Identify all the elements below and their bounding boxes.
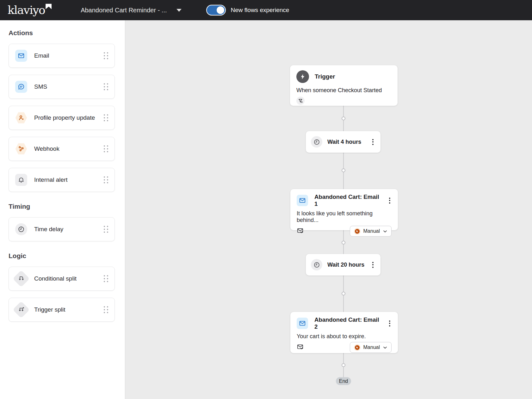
email-2-card[interactable]: Abandoned Cart: Email 2 Your cart is abo… — [290, 312, 398, 353]
topbar: klaviyo Abandoned Cart Reminder - ... Ne… — [0, 0, 532, 20]
manual-status-dropdown[interactable]: Manual — [350, 226, 392, 237]
connector-node — [342, 241, 345, 244]
connector-node — [342, 168, 345, 172]
email-card-title: Abandoned Cart: Email 1 — [314, 193, 381, 207]
email-check-icon — [297, 227, 304, 236]
profile-property-icon — [15, 112, 27, 124]
flow-title-dropdown[interactable]: Abandoned Cart Reminder - ... — [81, 7, 181, 14]
section-title-timing: Timing — [9, 203, 116, 210]
connector-node — [342, 292, 345, 295]
sidebar: Actions Email SMS Profile property — [0, 20, 125, 399]
drag-handle-icon[interactable] — [104, 145, 108, 152]
sidebar-item-profile-property-update[interactable]: Profile property update — [9, 106, 115, 130]
toggle-knob — [217, 6, 224, 14]
section-title-logic: Logic — [9, 252, 116, 260]
sidebar-item-sms[interactable]: SMS — [9, 75, 115, 99]
split-icon — [13, 301, 30, 318]
sidebar-item-label: SMS — [34, 83, 47, 90]
klaviyo-logo[interactable]: klaviyo — [8, 4, 52, 16]
kebab-menu-icon[interactable] — [371, 137, 375, 147]
drag-handle-icon[interactable] — [104, 306, 108, 313]
sidebar-item-label: Conditional split — [34, 275, 77, 282]
manual-status-label: Manual — [363, 228, 380, 234]
sidebar-item-email[interactable]: Email — [9, 44, 115, 68]
email-icon — [15, 50, 27, 62]
split-icon — [13, 270, 30, 287]
email-subject: It looks like you left something behind.… — [297, 210, 392, 224]
new-flows-toggle[interactable] — [206, 5, 226, 16]
drag-handle-icon[interactable] — [104, 83, 108, 90]
sidebar-item-label: Time delay — [34, 226, 63, 233]
trigger-card[interactable]: Trigger When someone Checkout Started — [290, 65, 398, 106]
chevron-down-icon — [383, 345, 387, 350]
manual-status-label: Manual — [363, 345, 380, 350]
wait-card-title: Wait 4 hours — [327, 139, 361, 145]
chevron-down-icon — [176, 9, 182, 12]
filter-person-icon[interactable] — [296, 97, 305, 105]
klaviyo-flag-icon — [46, 4, 52, 9]
email-check-icon — [297, 343, 304, 352]
email-1-card[interactable]: Abandoned Cart: Email 1 It looks like yo… — [290, 189, 398, 230]
kebab-menu-icon[interactable] — [388, 196, 392, 206]
section-title-actions: Actions — [9, 29, 116, 37]
wait-20-hours-card[interactable]: Wait 20 hours — [306, 254, 380, 276]
sidebar-item-conditional-split[interactable]: Conditional split — [9, 267, 115, 291]
clock-icon — [311, 136, 322, 148]
flow-canvas[interactable]: Trigger When someone Checkout Started Wa… — [126, 20, 532, 399]
wait-card-title: Wait 20 hours — [327, 262, 364, 268]
trigger-title: Trigger — [315, 73, 335, 80]
chevron-down-icon — [383, 229, 387, 234]
new-flows-toggle-wrap: New flows experience — [206, 5, 289, 16]
bell-icon — [15, 174, 27, 186]
kebab-menu-icon[interactable] — [371, 260, 375, 270]
sidebar-item-label: Trigger split — [34, 306, 65, 313]
sms-icon — [15, 81, 27, 93]
end-badge: End — [336, 377, 351, 385]
sidebar-item-trigger-split[interactable]: Trigger split — [9, 298, 115, 322]
email-subject: Your cart is about to expire. — [297, 333, 392, 340]
drag-handle-icon[interactable] — [104, 176, 108, 183]
email-icon — [297, 318, 308, 329]
sidebar-item-label: Email — [34, 52, 49, 59]
connector-node — [342, 363, 345, 367]
wait-4-hours-card[interactable]: Wait 4 hours — [306, 131, 380, 153]
manual-status-icon — [354, 344, 361, 351]
webhook-icon — [15, 143, 27, 155]
sidebar-item-webhook[interactable]: Webhook — [9, 137, 115, 161]
sidebar-item-label: Profile property update — [34, 114, 95, 121]
sidebar-item-time-delay[interactable]: Time delay — [9, 217, 115, 241]
sidebar-item-label: Internal alert — [34, 176, 68, 183]
manual-status-icon — [354, 228, 361, 235]
end-badge-label: End — [339, 378, 348, 384]
drag-handle-icon[interactable] — [104, 226, 108, 233]
drag-handle-icon[interactable] — [104, 52, 108, 59]
lightning-icon — [296, 70, 309, 83]
trigger-description: When someone Checkout Started — [296, 87, 391, 94]
manual-status-dropdown[interactable]: Manual — [350, 342, 392, 353]
email-card-title: Abandoned Cart: Email 2 — [314, 316, 381, 330]
toggle-label: New flows experience — [231, 7, 289, 14]
email-icon — [297, 195, 308, 206]
connector-node — [342, 117, 345, 120]
flow-title: Abandoned Cart Reminder - ... — [81, 7, 167, 14]
kebab-menu-icon[interactable] — [388, 319, 392, 328]
drag-handle-icon[interactable] — [104, 275, 108, 282]
sidebar-item-label: Webhook — [34, 145, 59, 152]
clock-icon — [15, 223, 27, 235]
clock-icon — [311, 259, 322, 270]
klaviyo-logo-text: klaviyo — [8, 4, 45, 16]
sidebar-item-internal-alert[interactable]: Internal alert — [9, 168, 115, 192]
drag-handle-icon[interactable] — [104, 114, 108, 121]
